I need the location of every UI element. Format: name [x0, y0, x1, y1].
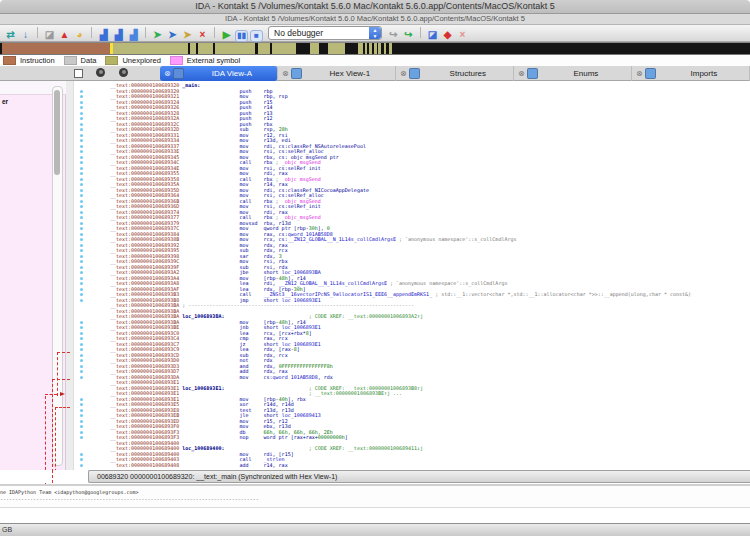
tab-structures[interactable]: ⊗Structures: [396, 66, 514, 81]
pane-splitter[interactable]: [66, 81, 74, 470]
listing-address: __text:000000010068933E: [110, 149, 179, 154]
listing-address: __text:0000000100689403: [110, 457, 179, 462]
listing-address: __text:00000001006893BA: [110, 303, 179, 308]
navigation-band[interactable]: [0, 42, 750, 55]
output-line-2: ----------------------------------------…: [0, 496, 259, 503]
tab-close-icon[interactable]: ⊗: [282, 69, 289, 78]
snapshot-icon[interactable]: ◪: [43, 29, 56, 41]
listing-address: __text:00000001006893C9: [110, 347, 179, 352]
listing-address: __text:000000010068935D: [110, 188, 179, 193]
chart-calls-icon[interactable]: ▟: [127, 29, 140, 41]
listing-address: __text:000000010068932C: [110, 122, 179, 127]
listing-address: __text:00000001006893E8: [110, 408, 179, 413]
listing-address: __text:00000001006893BA: [110, 320, 179, 325]
legend-swatch: [3, 56, 16, 65]
listing-address: __text:0000000100689395: [110, 248, 179, 253]
nav-back-icon[interactable]: ⇄: [4, 29, 17, 41]
navband-stripe: [372, 43, 374, 54]
listing-address: __text:00000001006893F3: [110, 435, 179, 440]
listing-address: __text:0000000100689398: [110, 254, 179, 259]
navband-stripe: [196, 43, 198, 54]
navband-segment[interactable]: [113, 43, 377, 54]
listing-line[interactable]: __text:0000000100689408 add r14, rax: [74, 463, 750, 469]
listing-address: __text:0000000100689328: [110, 111, 179, 116]
listing-address: __text:00000001006893B8: [110, 298, 179, 303]
stop-process-icon[interactable]: ■: [250, 30, 263, 42]
navband-sliver: [378, 43, 381, 54]
pane-controls: [0, 66, 160, 81]
add-breakpoint-icon[interactable]: ◆: [441, 29, 454, 41]
listing-address: __text:000000010068936B: [110, 199, 179, 204]
nav-forward-icon[interactable]: ↓: [19, 29, 32, 41]
pause-process-icon[interactable]: ▮▮: [235, 30, 248, 42]
tab-view-icon: [645, 68, 656, 79]
navband-stripe: [367, 43, 369, 54]
window-title-bar[interactable]: IDA - Kontakt 5 /Volumes/Kontakt 5.6.0 M…: [0, 0, 750, 14]
toolbar-separator: [145, 27, 146, 38]
tab-close-icon[interactable]: ⊗: [164, 69, 171, 78]
listing-address: __text:000000010068935A: [110, 182, 179, 187]
pane-button-2-icon[interactable]: [119, 68, 128, 77]
listing-address: __text:0000000100689364: [110, 193, 179, 198]
externals-scrollbar[interactable]: [52, 86, 63, 466]
tab-view-icon: [291, 68, 302, 79]
tab-view-icon: [409, 68, 420, 79]
run-until-return-icon[interactable]: ➤: [181, 29, 194, 41]
breakpoint-list-icon[interactable]: ▲: [58, 29, 71, 41]
navband-stripe: [296, 43, 310, 54]
idc-script-icon[interactable]: ◕: [73, 29, 86, 41]
start-process-icon[interactable]: ▶: [220, 29, 233, 41]
tab-hex-view-1[interactable]: ⊗Hex View-1: [278, 66, 396, 81]
listing-address: __text:00000001006893BA: [110, 309, 179, 314]
navband-segment[interactable]: [2, 43, 110, 54]
listing-address: __text:0000000100689334: [110, 138, 179, 143]
step-over-icon[interactable]: ➤: [166, 29, 179, 41]
listing-address: __text:00000001006893D3: [110, 364, 179, 369]
pane-button-1-icon[interactable]: [96, 68, 105, 77]
attach-process-icon[interactable]: ↪: [387, 29, 400, 41]
chart-segments-icon[interactable]: ▟: [112, 29, 125, 41]
chart-functions-icon[interactable]: ▟: [97, 29, 110, 41]
toolbar-separator: [214, 27, 215, 38]
listing-address: __text:0000000100689345: [110, 155, 179, 160]
debugger-windows-icon[interactable]: ◪: [426, 29, 439, 41]
listing-address: __text:000000010068939C: [110, 259, 179, 264]
window-subtitle: IDA - Kontakt 5 /Volumes/Kontakt 5.6.0 M…: [225, 14, 525, 23]
listing-address: __text:00000001006893DA: [110, 375, 179, 380]
disassembly-listing[interactable]: __text:0000000100689320 _main:__text:000…: [74, 83, 750, 468]
listing-address: __text:00000001006893EB: [110, 413, 179, 418]
externals-scrollbar-thumb[interactable]: [54, 90, 60, 175]
listing-address: __text:0000000100689355: [110, 171, 179, 176]
cancel-icon[interactable]: ×: [196, 29, 209, 41]
legend-swatch: [64, 56, 77, 65]
listing-address: __text:00000001006893C7: [110, 342, 179, 347]
listing-address: __text:0000000100689320: [110, 89, 179, 94]
delete-breakpoint-icon[interactable]: ×: [456, 29, 469, 41]
debugger-select[interactable]: No debugger ▲▼: [268, 26, 382, 40]
detach-process-icon[interactable]: ↪: [402, 29, 415, 41]
tab-ida-view-a[interactable]: ⊗IDA View-A: [160, 66, 278, 81]
tab-close-icon[interactable]: ⊗: [636, 69, 643, 78]
view-tab-bar: ⊗IDA View-A⊗Hex View-1⊗Structures⊗Enums⊗…: [0, 66, 750, 81]
window-restore-icon[interactable]: [74, 69, 83, 78]
debugger-select-stepper-icon[interactable]: ▲▼: [369, 27, 381, 39]
listing-address: __text:00000001006893E1: [110, 391, 179, 396]
legend-swatch: [105, 56, 118, 65]
tab-imports[interactable]: ⊗Imports: [632, 66, 750, 81]
listing-address: __text:0000000100689337: [110, 144, 179, 149]
tab-close-icon[interactable]: ⊗: [400, 69, 407, 78]
step-into-icon[interactable]: ➤: [151, 29, 164, 41]
tab-close-icon[interactable]: ⊗: [518, 69, 525, 78]
listing-address: __text:0000000100689374: [110, 210, 179, 215]
externals-pane[interactable]: er: [0, 81, 66, 470]
listing-address: __text:0000000100689400: [110, 452, 179, 457]
listing-address: __text:00000001006893A2: [110, 270, 179, 275]
legend-swatch: [170, 56, 183, 65]
listing-address: __text:000000010068939F: [110, 265, 179, 270]
command-line-input[interactable]: [0, 508, 750, 523]
legend-item: External symbol: [167, 56, 240, 65]
tab-view-icon: [173, 68, 184, 79]
externals-pane-text: er: [2, 98, 8, 105]
tab-enums[interactable]: ⊗Enums: [514, 66, 632, 81]
listing-address: __text:00000001006893B3: [110, 292, 179, 297]
